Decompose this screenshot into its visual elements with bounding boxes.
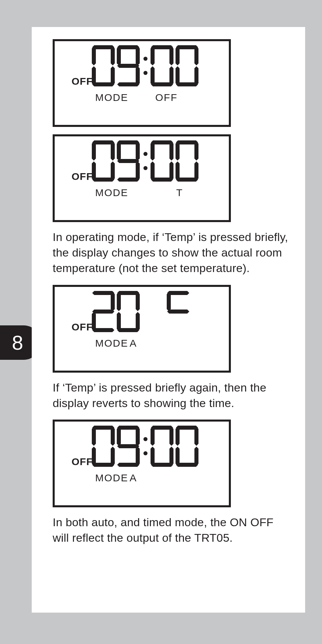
mode-label: MODE: [95, 187, 128, 198]
off-indicator: OFF: [72, 76, 93, 87]
lcd-digits: [91, 425, 200, 469]
lcd-display-3: OFF MODE A: [53, 285, 231, 373]
lcd-digits: [91, 290, 191, 334]
off-indicator: OFF: [72, 171, 93, 182]
off-indicator: OFF: [72, 456, 93, 467]
svg-point-1: [143, 71, 147, 75]
svg-point-0: [143, 57, 147, 61]
svg-point-5: [143, 451, 147, 455]
right-label: A: [130, 472, 137, 484]
lcd-digits: [91, 140, 200, 184]
lcd-digits: [91, 45, 200, 88]
svg-point-4: [143, 437, 147, 441]
lcd-display-1: OFF MODE OFF: [53, 39, 231, 127]
page-number: 8: [12, 331, 23, 354]
lcd-display-2: OFF MODE T: [53, 134, 231, 222]
manual-page: OFF MODE OFF OFF MODE T In operating mod…: [32, 27, 305, 613]
mode-label: MODE: [95, 92, 128, 103]
right-label: A: [130, 338, 137, 349]
mode-label: MODE: [95, 472, 128, 484]
svg-point-2: [143, 152, 147, 156]
lcd-display-4: OFF MODE A: [53, 420, 231, 507]
mode-label: MODE: [95, 338, 128, 349]
right-label: T: [176, 187, 183, 198]
paragraph-2: If ‘Temp’ is pressed briefly again, then…: [53, 380, 292, 411]
off-indicator: OFF: [72, 321, 93, 333]
svg-point-3: [143, 166, 147, 170]
right-label: OFF: [155, 92, 178, 103]
paragraph-3: In both auto, and timed mode, the ON OFF…: [53, 515, 292, 546]
paragraph-1: In operating mode, if ‘Temp’ is pressed …: [53, 230, 292, 276]
